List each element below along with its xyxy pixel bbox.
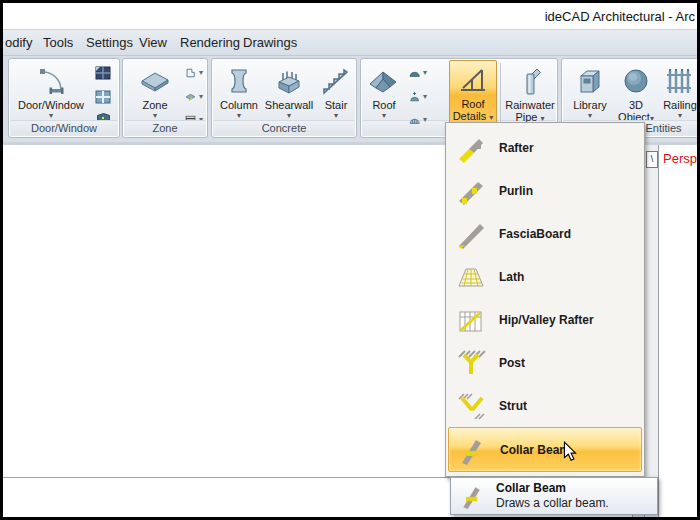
shearwall-button[interactable]: Shearwall ▾ bbox=[262, 62, 316, 120]
group-label-door-window: Door/Window bbox=[11, 120, 117, 135]
menu-item-label: Hip/Valley Rafter bbox=[499, 313, 594, 327]
button-label: Roof bbox=[372, 99, 395, 111]
menu-item-label: Purlin bbox=[499, 184, 533, 198]
mouse-cursor-icon bbox=[563, 441, 577, 466]
chevron-down-icon: ▾ bbox=[489, 113, 493, 122]
chevron-down-icon: ▾ bbox=[588, 111, 592, 120]
column-button[interactable]: Column ▾ bbox=[216, 62, 262, 120]
menu-item-rafter[interactable]: Rafter bbox=[448, 127, 642, 170]
menu-item-purlin[interactable]: Purlin bbox=[448, 170, 642, 213]
menu-item-label: Post bbox=[499, 356, 525, 370]
window-dark-button[interactable] bbox=[95, 64, 113, 81]
roof-window-button[interactable]: ▾ bbox=[409, 88, 427, 105]
chevron-down-icon: ▾ bbox=[153, 111, 157, 120]
chevron-down-icon: ▾ bbox=[678, 111, 682, 120]
menu-item-drawings[interactable]: Drawings bbox=[243, 35, 297, 50]
menu-bar: odify Tools Settings View Rendering Draw… bbox=[3, 29, 697, 56]
awning-button[interactable]: ▾ bbox=[409, 111, 427, 128]
window-dark-icon bbox=[95, 65, 111, 81]
chevron-down-icon: ▾ bbox=[334, 111, 338, 120]
chevron-down-icon: ▾ bbox=[287, 111, 291, 120]
button-label: Stair bbox=[325, 99, 348, 111]
menu-item-label: FasciaBoard bbox=[499, 227, 571, 241]
menu-item-collar-beam[interactable]: Collar Beam bbox=[448, 427, 642, 472]
rainwater-pipe-icon bbox=[513, 62, 547, 99]
app-window-inner: ideCAD Architectural - Arc odify Tools S… bbox=[3, 3, 697, 517]
zone-icon bbox=[138, 62, 172, 99]
tooltip-description: Draws a collar beam. bbox=[496, 496, 609, 511]
perspective-panel[interactable]: \ Perspective bbox=[645, 142, 697, 517]
window-title: ideCAD Architectural - Arc bbox=[545, 9, 695, 24]
shearwall-icon bbox=[272, 62, 306, 99]
button-label: Zone bbox=[142, 99, 167, 111]
menu-item-label: Strut bbox=[499, 399, 527, 413]
stair-button[interactable]: Stair ▾ bbox=[316, 62, 356, 120]
post-icon bbox=[456, 348, 486, 378]
perspective-view-label: Perspective bbox=[663, 151, 697, 166]
roof-icon bbox=[367, 62, 401, 99]
zone-outline-button[interactable]: ▾ bbox=[185, 64, 203, 81]
ribbon-group-concrete: Column ▾ Shearwall ▾ bbox=[211, 58, 357, 138]
chevron-down-icon: ▾ bbox=[423, 92, 427, 101]
collar-beam-tooltip: Collar Beam Draws a collar beam. bbox=[450, 477, 658, 515]
door-window-icon bbox=[34, 62, 68, 99]
menu-item-lath[interactable]: Lath bbox=[448, 256, 642, 299]
roof-details-button[interactable]: Roof Details ▾ bbox=[449, 60, 497, 124]
group-separator bbox=[500, 63, 501, 129]
group-label-zone: Zone bbox=[125, 120, 205, 135]
chevron-down-icon: ▾ bbox=[423, 68, 427, 77]
menu-item-view[interactable]: View bbox=[139, 35, 167, 50]
menu-item-modify[interactable]: odify bbox=[5, 35, 32, 50]
door-window-button[interactable]: Door/Window ▾ bbox=[11, 62, 91, 120]
dome-icon bbox=[409, 65, 420, 81]
awning-icon bbox=[409, 112, 420, 128]
backslash-button[interactable]: \ bbox=[646, 151, 658, 168]
fasciaboard-icon bbox=[456, 219, 486, 249]
dome-button[interactable]: ▾ bbox=[409, 64, 427, 81]
menu-item-fasciaboard[interactable]: FasciaBoard bbox=[448, 213, 642, 256]
3d-object-button[interactable]: 3D Object▾ bbox=[614, 62, 658, 123]
lath-icon bbox=[456, 262, 486, 292]
library-button[interactable]: Library ▾ bbox=[568, 62, 612, 120]
ribbon-group-door-window: Door/Window ▾ bbox=[8, 58, 120, 138]
menu-item-label: Rafter bbox=[499, 141, 534, 155]
zone-slab-icon bbox=[185, 89, 196, 105]
menu-item-post[interactable]: Post bbox=[448, 341, 642, 384]
chevron-down-icon: ▾ bbox=[49, 111, 53, 120]
roof-button[interactable]: Roof ▾ bbox=[363, 62, 405, 120]
roof-details-dropdown: Rafter Purlin FasciaBoard bbox=[445, 122, 645, 477]
rafter-icon bbox=[456, 133, 486, 163]
zone-slab-button[interactable]: ▾ bbox=[185, 88, 203, 105]
button-label: Railing bbox=[663, 99, 697, 111]
button-label: Column bbox=[220, 99, 258, 111]
rainwater-pipe-button[interactable]: Rainwater Pipe ▾ bbox=[503, 62, 557, 123]
menu-item-tools[interactable]: Tools bbox=[43, 35, 73, 50]
roof-details-icon bbox=[457, 61, 489, 98]
menu-item-settings[interactable]: Settings bbox=[86, 35, 133, 50]
window-grid-button[interactable] bbox=[95, 88, 113, 105]
button-label: Library bbox=[573, 99, 607, 111]
chevron-down-icon: ▾ bbox=[423, 115, 427, 124]
railing-icon bbox=[663, 62, 697, 99]
stair-icon bbox=[319, 62, 353, 99]
menu-item-rendering[interactable]: Rendering bbox=[180, 35, 240, 50]
zone-button[interactable]: Zone ▾ bbox=[127, 62, 183, 120]
chevron-down-icon: ▾ bbox=[199, 68, 203, 77]
purlin-icon bbox=[456, 176, 486, 206]
ribbon-group-zone: Zone ▾ ▾ ▾ ▾ Zone bbox=[122, 58, 208, 138]
chevron-down-icon: ▾ bbox=[199, 92, 203, 101]
button-label: Door/Window bbox=[18, 99, 84, 111]
perspective-toolbar-strip: \ bbox=[645, 145, 659, 517]
roof-window-icon bbox=[409, 89, 420, 105]
menu-item-label: Lath bbox=[499, 270, 524, 284]
window-grid-icon bbox=[95, 89, 111, 105]
menu-item-hip-valley-rafter[interactable]: Hip/Valley Rafter bbox=[448, 299, 642, 342]
railing-button[interactable]: Railing ▾ bbox=[660, 62, 697, 120]
3d-object-icon bbox=[619, 62, 653, 99]
zone-outline-icon bbox=[185, 65, 196, 81]
chevron-down-icon: ▾ bbox=[237, 111, 241, 120]
hip-valley-rafter-icon bbox=[456, 305, 486, 335]
chevron-down-icon: ▾ bbox=[382, 111, 386, 120]
menu-item-strut[interactable]: Strut bbox=[448, 384, 642, 427]
tooltip-title: Collar Beam bbox=[496, 481, 609, 496]
